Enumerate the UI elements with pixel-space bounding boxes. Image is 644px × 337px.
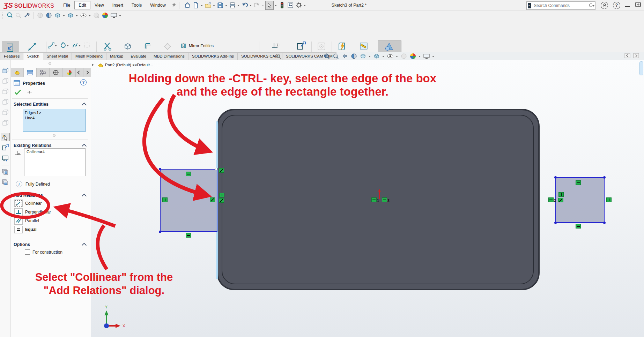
search-input[interactable] <box>533 3 589 8</box>
vertex-dot[interactable] <box>159 231 161 233</box>
hide-show-items-icon[interactable] <box>386 52 394 60</box>
open-dropdown[interactable] <box>213 5 215 7</box>
edge-select-tool-icon[interactable] <box>23 11 31 20</box>
panel-help-icon[interactable]: ? <box>80 79 87 85</box>
collapse-chevron[interactable] <box>82 144 87 149</box>
display-style-dropdown[interactable] <box>76 15 78 17</box>
viewport-scrollbar-thumb[interactable] <box>639 61 643 75</box>
display-pane-icon[interactable] <box>1 155 9 162</box>
tab-sketch[interactable]: Sketch <box>23 52 43 60</box>
new-dropdown[interactable] <box>201 5 203 7</box>
view-settings-icon[interactable] <box>423 52 430 60</box>
toolbar-drag-handle[interactable] <box>2 12 3 18</box>
ok-check-icon[interactable] <box>14 89 21 95</box>
horizontal-relation-badge[interactable] <box>186 233 191 238</box>
tab-configuration-manager[interactable] <box>37 68 50 77</box>
vertex-dot[interactable] <box>603 176 606 179</box>
view-orientation-icon[interactable] <box>54 11 61 20</box>
select-entities-icon[interactable] <box>1 133 10 141</box>
view-settings-icon[interactable] <box>110 11 118 20</box>
relation-equal-button[interactable]: Equal <box>14 226 37 233</box>
undo-icon[interactable] <box>241 1 249 9</box>
collapse-chevron[interactable] <box>82 103 87 107</box>
menu-insert[interactable]: Insert <box>108 1 127 9</box>
tab-display-manager[interactable] <box>63 68 76 77</box>
save-dropdown[interactable] <box>225 5 227 7</box>
previous-view-icon[interactable] <box>341 52 349 60</box>
feature-tree-item[interactable]: Part2 (Default) <<Default... <box>92 62 153 68</box>
tab-features[interactable]: Features <box>0 52 23 60</box>
apply-scene-icon[interactable] <box>409 52 417 60</box>
list-item[interactable]: Collinear4 <box>27 150 83 154</box>
menu-tools[interactable]: Tools <box>127 1 146 9</box>
vertical-relation-badge[interactable] <box>162 197 168 202</box>
view-cube-icon[interactable] <box>1 67 9 75</box>
print-dropdown[interactable] <box>237 5 239 7</box>
display-style-icon[interactable] <box>67 11 74 20</box>
rebuild-icon[interactable] <box>278 1 286 9</box>
menu-window[interactable]: Window <box>146 1 170 9</box>
pin-icon[interactable] <box>170 1 178 9</box>
collinear-relation-badge[interactable] <box>219 198 224 203</box>
left-sketch-rectangle[interactable] <box>160 169 217 232</box>
restore-window-icon[interactable] <box>635 2 641 9</box>
zoom-to-fit-icon[interactable] <box>323 52 331 60</box>
relation-parallel-button[interactable]: Parallel <box>14 217 39 225</box>
spline-tool[interactable] <box>72 42 81 48</box>
tab-property-manager[interactable] <box>24 68 37 77</box>
repair-tool-icon[interactable] <box>1 144 9 152</box>
help-icon[interactable]: ? <box>613 2 620 9</box>
for-construction-checkbox[interactable] <box>25 249 30 255</box>
options-list-icon[interactable] <box>287 1 294 9</box>
layers-icon-2[interactable] <box>1 179 9 186</box>
collinear-relation-badge[interactable] <box>219 168 224 173</box>
select-dropdown[interactable] <box>275 5 277 7</box>
hide-show-dropdown[interactable] <box>89 15 91 17</box>
new-document-icon[interactable] <box>192 1 200 9</box>
collapse-chevron[interactable] <box>82 243 87 248</box>
menu-view[interactable]: View <box>90 1 108 9</box>
minimize-icon[interactable] <box>625 6 630 7</box>
horizontal-relation-badge[interactable] <box>576 180 581 185</box>
existing-relations-list[interactable]: Collinear4 <box>24 148 86 176</box>
collapse-pane-right-icon[interactable] <box>633 53 639 60</box>
search-dropdown[interactable] <box>592 5 594 8</box>
list-item[interactable]: Edge<1> <box>25 110 83 115</box>
vertex-dot[interactable] <box>603 222 606 224</box>
list-resize-handle[interactable] <box>53 134 55 137</box>
view-orientation-icon[interactable] <box>359 52 367 60</box>
zoom-to-area-icon[interactable] <box>332 52 340 60</box>
horizontal-relation-badge[interactable] <box>576 224 581 229</box>
section-view-icon[interactable] <box>350 52 358 60</box>
expand-arrow-icon[interactable] <box>92 63 95 66</box>
vertex-dot[interactable] <box>554 222 557 224</box>
hide-show-icon[interactable] <box>80 11 87 20</box>
collinear-relation-badge[interactable] <box>558 198 563 202</box>
panel-tab-scroll-left[interactable] <box>76 68 83 77</box>
pin-icon[interactable] <box>26 90 32 95</box>
tab-feature-manager[interactable] <box>11 68 24 77</box>
menu-edit[interactable]: Edit <box>74 1 90 9</box>
save-icon[interactable] <box>216 1 224 9</box>
apply-scene-icon[interactable] <box>101 11 109 20</box>
select-tool-icon[interactable] <box>265 1 274 10</box>
relation-perpendicular-button[interactable]: Perpendicular <box>14 208 51 216</box>
mirror-entities-button[interactable]: Mirror Entities <box>180 43 214 48</box>
view-settings-dropdown[interactable] <box>119 15 121 17</box>
relation-collinear-button[interactable]: Collinear <box>14 200 42 207</box>
selected-entities-list[interactable]: Edge<1> Line4 <box>23 109 86 132</box>
tab-sw-addins[interactable]: SOLIDWORKS Add-Ins <box>188 52 238 60</box>
vertical-relation-badge[interactable] <box>606 197 612 202</box>
vertex-dot[interactable] <box>554 176 557 179</box>
section-view-icon[interactable] <box>45 11 53 20</box>
search-icon[interactable] <box>589 3 592 8</box>
collinear-relation-badge[interactable] <box>210 197 215 202</box>
line-tool[interactable] <box>48 42 58 48</box>
tab-evaluate[interactable]: Evaluate <box>127 52 150 60</box>
home-icon[interactable] <box>184 1 191 9</box>
horizontal-relation-badge[interactable] <box>548 197 554 202</box>
tab-dimxpert-manager[interactable] <box>50 68 62 77</box>
magnifier-icon[interactable] <box>275 53 281 61</box>
tab-mbd-dimensions[interactable]: MBD Dimensions <box>150 52 188 60</box>
horizontal-relation-badge[interactable] <box>186 172 191 176</box>
